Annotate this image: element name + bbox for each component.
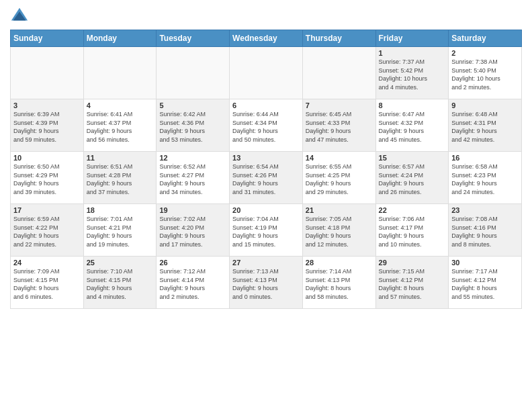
calendar-cell: 15Sunrise: 6:57 AMSunset: 4:24 PMDayligh… [375, 152, 449, 204]
header-cell-tuesday: Tuesday [157, 30, 230, 47]
week-row-5: 24Sunrise: 7:09 AMSunset: 4:15 PMDayligh… [11, 257, 522, 309]
day-info: Sunrise: 6:59 AMSunset: 4:22 PMDaylight:… [13, 215, 81, 248]
calendar-cell: 2Sunrise: 7:38 AMSunset: 5:40 PMDaylight… [449, 47, 522, 99]
day-info: Sunrise: 6:44 AMSunset: 4:34 PMDaylight:… [232, 110, 300, 144]
day-number: 24 [13, 259, 81, 267]
day-info: Sunrise: 6:55 AMSunset: 4:25 PMDaylight:… [306, 163, 373, 196]
day-number: 6 [232, 101, 300, 109]
header-cell-thursday: Thursday [302, 30, 375, 47]
day-number: 17 [13, 206, 81, 214]
day-info: Sunrise: 7:12 AMSunset: 4:14 PMDaylight:… [159, 267, 226, 301]
day-info: Sunrise: 6:58 AMSunset: 4:23 PMDaylight:… [451, 163, 519, 196]
day-number: 25 [87, 259, 154, 267]
calendar-cell: 28Sunrise: 7:14 AMSunset: 4:13 PMDayligh… [302, 257, 375, 309]
day-info: Sunrise: 7:01 AMSunset: 4:21 PMDaylight:… [87, 215, 154, 248]
calendar-cell [11, 47, 84, 99]
day-info: Sunrise: 6:39 AMSunset: 4:39 PMDaylight:… [13, 110, 81, 144]
calendar-cell [83, 47, 157, 99]
day-number: 1 [379, 49, 446, 57]
day-number: 11 [87, 154, 154, 162]
day-number: 7 [306, 101, 373, 109]
calendar-cell: 18Sunrise: 7:01 AMSunset: 4:21 PMDayligh… [83, 204, 157, 257]
day-number: 13 [232, 154, 300, 162]
calendar-cell: 25Sunrise: 7:10 AMSunset: 4:15 PMDayligh… [83, 257, 157, 309]
week-row-2: 3Sunrise: 6:39 AMSunset: 4:39 PMDaylight… [11, 99, 522, 152]
day-number: 20 [232, 206, 300, 214]
day-info: Sunrise: 7:02 AMSunset: 4:20 PMDaylight:… [159, 215, 226, 248]
calendar-cell [230, 47, 303, 99]
week-row-4: 17Sunrise: 6:59 AMSunset: 4:22 PMDayligh… [11, 204, 522, 257]
day-info: Sunrise: 6:52 AMSunset: 4:27 PMDaylight:… [159, 163, 226, 196]
header-cell-saturday: Saturday [449, 30, 522, 47]
day-number: 18 [87, 206, 154, 214]
header-cell-wednesday: Wednesday [230, 30, 303, 47]
day-number: 14 [306, 154, 373, 162]
day-number: 2 [451, 49, 519, 57]
page-container: SundayMondayTuesdayWednesdayThursdayFrid… [0, 0, 532, 312]
calendar-cell: 1Sunrise: 7:37 AMSunset: 5:42 PMDaylight… [375, 47, 449, 99]
calendar-cell: 30Sunrise: 7:17 AMSunset: 4:12 PMDayligh… [449, 257, 522, 309]
day-info: Sunrise: 7:17 AMSunset: 4:12 PMDaylight:… [451, 267, 519, 301]
calendar-cell: 10Sunrise: 6:50 AMSunset: 4:29 PMDayligh… [11, 152, 84, 204]
calendar-cell: 11Sunrise: 6:51 AMSunset: 4:28 PMDayligh… [83, 152, 157, 204]
day-number: 22 [379, 206, 446, 214]
day-info: Sunrise: 6:45 AMSunset: 4:33 PMDaylight:… [306, 110, 373, 144]
day-number: 23 [451, 206, 519, 214]
day-info: Sunrise: 7:08 AMSunset: 4:16 PMDaylight:… [451, 215, 519, 248]
day-info: Sunrise: 6:50 AMSunset: 4:29 PMDaylight:… [13, 163, 81, 196]
calendar-cell: 29Sunrise: 7:15 AMSunset: 4:12 PMDayligh… [375, 257, 449, 309]
day-number: 3 [13, 101, 81, 109]
day-info: Sunrise: 6:42 AMSunset: 4:36 PMDaylight:… [159, 110, 226, 144]
day-info: Sunrise: 7:06 AMSunset: 4:17 PMDaylight:… [379, 215, 446, 248]
day-info: Sunrise: 6:41 AMSunset: 4:37 PMDaylight:… [87, 110, 154, 144]
logo-icon [10, 7, 29, 26]
header-cell-sunday: Sunday [11, 30, 84, 47]
calendar-cell: 17Sunrise: 6:59 AMSunset: 4:22 PMDayligh… [11, 204, 84, 257]
day-info: Sunrise: 6:51 AMSunset: 4:28 PMDaylight:… [87, 163, 154, 196]
day-info: Sunrise: 6:47 AMSunset: 4:32 PMDaylight:… [379, 110, 446, 144]
day-info: Sunrise: 7:04 AMSunset: 4:19 PMDaylight:… [232, 215, 300, 248]
calendar-cell: 23Sunrise: 7:08 AMSunset: 4:16 PMDayligh… [449, 204, 522, 257]
week-row-3: 10Sunrise: 6:50 AMSunset: 4:29 PMDayligh… [11, 152, 522, 204]
calendar-cell: 7Sunrise: 6:45 AMSunset: 4:33 PMDaylight… [302, 99, 375, 152]
calendar-cell: 27Sunrise: 7:13 AMSunset: 4:13 PMDayligh… [230, 257, 303, 309]
calendar-cell: 26Sunrise: 7:12 AMSunset: 4:14 PMDayligh… [157, 257, 230, 309]
day-number: 21 [306, 206, 373, 214]
header [10, 7, 522, 26]
calendar-cell: 16Sunrise: 6:58 AMSunset: 4:23 PMDayligh… [449, 152, 522, 204]
day-info: Sunrise: 7:38 AMSunset: 5:40 PMDaylight:… [451, 58, 519, 91]
day-info: Sunrise: 6:54 AMSunset: 4:26 PMDaylight:… [232, 163, 300, 196]
calendar-cell: 19Sunrise: 7:02 AMSunset: 4:20 PMDayligh… [157, 204, 230, 257]
calendar-cell: 6Sunrise: 6:44 AMSunset: 4:34 PMDaylight… [230, 99, 303, 152]
day-number: 10 [13, 154, 81, 162]
calendar-cell: 9Sunrise: 6:48 AMSunset: 4:31 PMDaylight… [449, 99, 522, 152]
calendar-cell: 4Sunrise: 6:41 AMSunset: 4:37 PMDaylight… [83, 99, 157, 152]
day-info: Sunrise: 7:10 AMSunset: 4:15 PMDaylight:… [87, 267, 154, 301]
calendar-cell: 14Sunrise: 6:55 AMSunset: 4:25 PMDayligh… [302, 152, 375, 204]
calendar-cell: 5Sunrise: 6:42 AMSunset: 4:36 PMDaylight… [157, 99, 230, 152]
day-number: 8 [379, 101, 446, 109]
calendar-cell: 22Sunrise: 7:06 AMSunset: 4:17 PMDayligh… [375, 204, 449, 257]
day-number: 5 [159, 101, 226, 109]
calendar-cell: 13Sunrise: 6:54 AMSunset: 4:26 PMDayligh… [230, 152, 303, 204]
day-number: 16 [451, 154, 519, 162]
calendar-cell: 8Sunrise: 6:47 AMSunset: 4:32 PMDaylight… [375, 99, 449, 152]
day-number: 26 [159, 259, 226, 267]
week-row-1: 1Sunrise: 7:37 AMSunset: 5:42 PMDaylight… [11, 47, 522, 99]
header-cell-friday: Friday [375, 30, 449, 47]
day-number: 29 [379, 259, 446, 267]
day-info: Sunrise: 7:05 AMSunset: 4:18 PMDaylight:… [306, 215, 373, 248]
day-number: 28 [306, 259, 373, 267]
calendar-cell [157, 47, 230, 99]
day-info: Sunrise: 6:57 AMSunset: 4:24 PMDaylight:… [379, 163, 446, 196]
header-row: SundayMondayTuesdayWednesdayThursdayFrid… [11, 30, 522, 47]
header-cell-monday: Monday [83, 30, 157, 47]
logo [10, 7, 32, 26]
day-number: 27 [232, 259, 300, 267]
day-info: Sunrise: 6:48 AMSunset: 4:31 PMDaylight:… [451, 110, 519, 144]
day-info: Sunrise: 7:13 AMSunset: 4:13 PMDaylight:… [232, 267, 300, 301]
day-info: Sunrise: 7:09 AMSunset: 4:15 PMDaylight:… [13, 267, 81, 301]
calendar-cell: 3Sunrise: 6:39 AMSunset: 4:39 PMDaylight… [11, 99, 84, 152]
calendar-cell: 24Sunrise: 7:09 AMSunset: 4:15 PMDayligh… [11, 257, 84, 309]
calendar-cell: 12Sunrise: 6:52 AMSunset: 4:27 PMDayligh… [157, 152, 230, 204]
